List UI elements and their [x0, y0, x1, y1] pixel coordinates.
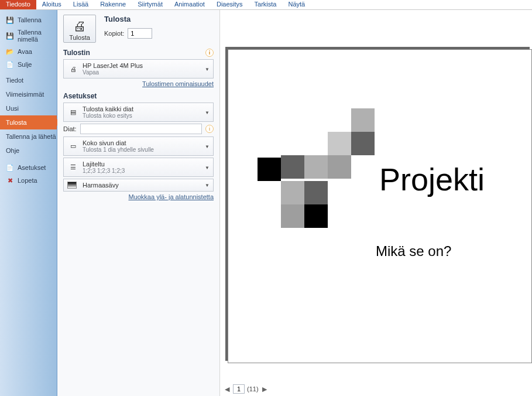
- sidebar-exit[interactable]: ✖ Lopeta: [0, 174, 57, 187]
- sidebar-recent[interactable]: Viimeisimmät: [0, 87, 57, 101]
- collate-line2: 1;2;3 1;2;3 1;2;3: [83, 168, 200, 174]
- sidebar-close[interactable]: 📄 Sulje: [0, 58, 57, 71]
- print-button[interactable]: 🖨 Tulosta: [63, 15, 96, 43]
- collate-icon: ☰: [67, 162, 79, 173]
- sidebar-save[interactable]: 💾 Tallenna: [0, 13, 57, 26]
- slides-input[interactable]: [80, 124, 202, 134]
- sidebar-info[interactable]: Tiedot: [0, 73, 57, 87]
- ribbon-tab-insert[interactable]: Lisää: [67, 0, 94, 9]
- slides-all-icon: ▤: [67, 107, 79, 118]
- close-doc-icon: 📄: [6, 60, 14, 69]
- info-icon[interactable]: i: [205, 49, 214, 57]
- printer-icon: 🖨: [66, 19, 93, 34]
- ribbon-tab-review[interactable]: Tarkista: [249, 0, 283, 9]
- copies-label: Kopiot:: [104, 30, 124, 37]
- save-icon: 💾: [6, 16, 14, 24]
- slides-label: Diat:: [63, 125, 77, 132]
- layout-dropdown[interactable]: ▭ Koko sivun diat Tulosta 1 dia yhdelle …: [63, 136, 214, 156]
- chevron-down-icon: ▼: [205, 165, 210, 170]
- save-as-icon: 💾: [6, 32, 14, 40]
- sidebar-item-label: Asetukset: [18, 164, 46, 171]
- prev-page-button[interactable]: ◀: [224, 385, 231, 393]
- sidebar-item-label: Avaa: [18, 48, 32, 55]
- collate-dropdown[interactable]: ☰ Lajiteltu 1;2;3 1;2;3 1;2;3 ▼: [63, 158, 214, 177]
- print-button-label: Tulosta: [66, 34, 93, 41]
- printer-status: Vapaa: [83, 69, 200, 76]
- ribbon-tab-file[interactable]: Tiedosto: [0, 0, 36, 9]
- ribbon-tab-slideshow[interactable]: Diaesitys: [211, 0, 249, 9]
- sidebar-item-label: Tallenna nimellä: [18, 29, 52, 43]
- ribbon-tab-home[interactable]: Aloitus: [36, 0, 67, 9]
- page-total-label: (11): [247, 385, 259, 392]
- next-page-button[interactable]: ▶: [261, 385, 268, 393]
- sidebar-open[interactable]: 📂 Avaa: [0, 45, 57, 58]
- collate-line1: Lajiteltu: [83, 161, 200, 168]
- ribbon-tabs: Tiedosto Aloitus Lisää Rakenne Siirtymät…: [0, 0, 532, 10]
- print-what-dropdown[interactable]: ▤ Tulosta kaikki diat Tulosta koko esity…: [63, 103, 214, 122]
- settings-heading: Asetukset: [63, 92, 97, 100]
- print-preview: Projekti Mikä se on? ◀ (11) ▶: [220, 10, 532, 396]
- fullpage-icon: ▭: [67, 141, 79, 152]
- ribbon-tab-view[interactable]: Näytä: [282, 0, 311, 9]
- preview-slide: Projekti Mikä se on?: [228, 49, 532, 363]
- sidebar-item-label: Sulje: [18, 61, 32, 68]
- layout-line1: Koko sivun diat: [83, 139, 200, 146]
- printer-dropdown[interactable]: 🖨 HP LaserJet 4M Plus Vapaa ▼: [63, 59, 214, 78]
- print-options-panel: 🖨 Tulosta Tulosta Kopiot: Tulostin i 🖨 H…: [57, 10, 220, 396]
- chevron-down-icon: ▼: [205, 183, 210, 188]
- print-section-title: Tulosta: [104, 15, 152, 23]
- copies-input[interactable]: [128, 28, 152, 39]
- open-icon: 📂: [6, 47, 14, 56]
- sidebar-save-as[interactable]: 💾 Tallenna nimellä: [0, 26, 57, 45]
- sidebar-new[interactable]: Uusi: [0, 101, 57, 115]
- layout-line2: Tulosta 1 dia yhdelle sivulle: [83, 146, 200, 153]
- exit-icon: ✖: [6, 176, 14, 185]
- chevron-down-icon: ▼: [205, 66, 210, 71]
- color-dropdown[interactable]: Harmaasävy ▼: [63, 179, 214, 192]
- print-what-line1: Tulosta kaikki diat: [83, 105, 200, 112]
- printer-heading: Tulostin: [63, 49, 90, 57]
- ribbon-tab-transitions[interactable]: Siirtymät: [132, 0, 169, 9]
- options-icon: 📄: [6, 163, 14, 172]
- printer-name: HP LaserJet 4M Plus: [83, 62, 200, 69]
- printer-device-icon: 🖨: [67, 63, 79, 75]
- info-icon[interactable]: i: [205, 125, 214, 133]
- sidebar-item-label: Lopeta: [18, 177, 37, 184]
- preview-pager: ◀ (11) ▶: [224, 384, 268, 394]
- sidebar-help[interactable]: Ohje: [0, 144, 57, 158]
- sidebar-print[interactable]: Tulosta: [0, 115, 57, 129]
- slide-subtitle: Mikä se on?: [376, 243, 451, 260]
- printer-properties-link[interactable]: Tulostimen ominaisuudet: [63, 80, 214, 87]
- ribbon-tab-design[interactable]: Rakenne: [94, 0, 132, 9]
- backstage-sidebar: 💾 Tallenna 💾 Tallenna nimellä 📂 Avaa 📄 S…: [0, 10, 57, 396]
- print-what-line2: Tulosta koko esitys: [83, 112, 200, 119]
- page-number-input[interactable]: [233, 384, 245, 394]
- chevron-down-icon: ▼: [205, 144, 210, 149]
- chevron-down-icon: ▼: [205, 110, 210, 115]
- sidebar-save-send[interactable]: Tallenna ja lähetä: [0, 129, 57, 144]
- grayscale-icon: [67, 182, 77, 189]
- color-line1: Harmaasävy: [83, 182, 200, 189]
- ribbon-tab-animations[interactable]: Animaatiot: [169, 0, 211, 9]
- slide-title: Projekti: [379, 161, 485, 197]
- edit-header-footer-link[interactable]: Muokkaa ylä- ja alatunnistetta: [63, 193, 214, 200]
- sidebar-item-label: Tallenna: [18, 16, 42, 23]
- sidebar-options[interactable]: 📄 Asetukset: [0, 161, 57, 174]
